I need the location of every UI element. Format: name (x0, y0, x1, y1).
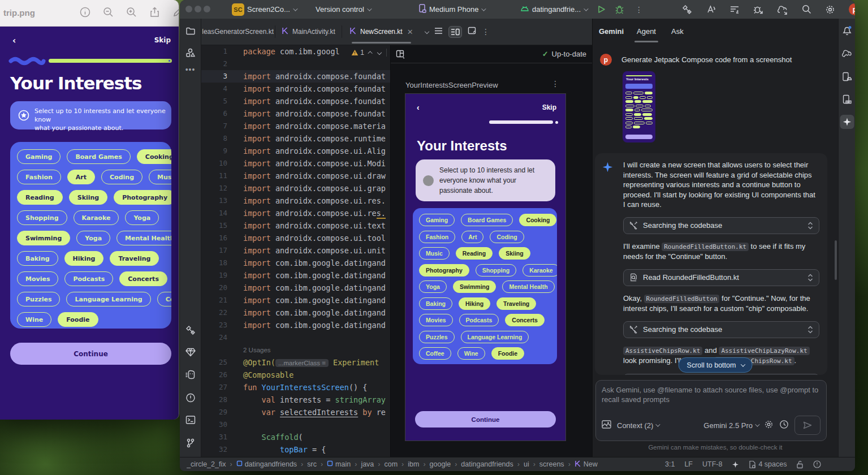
settings-button[interactable] (825, 5, 835, 15)
chat-scrollbar[interactable] (835, 240, 837, 280)
code-line[interactable]: 8import androidx.compose.runtime (201, 132, 390, 145)
notifications-bell-icon[interactable] (842, 25, 852, 36)
tab-ask[interactable]: Ask (671, 27, 684, 36)
code-line[interactable]: 14import androidx.compose.ui.res. (201, 207, 390, 219)
zoom-out-icon[interactable] (103, 7, 114, 18)
code-line[interactable]: 19import com.ibm.google.datingand (201, 269, 390, 282)
code-line[interactable]: 3import androidx.compose.foundat (201, 70, 390, 83)
code-view-button[interactable] (434, 27, 443, 37)
history-icon[interactable] (779, 420, 789, 431)
context-dropdown[interactable]: Context (2) (617, 421, 659, 430)
code-line[interactable]: 10import androidx.compose.ui.Modi (201, 157, 390, 170)
split-view-button[interactable] (448, 26, 462, 38)
gemini-prompt-input[interactable] (602, 385, 821, 414)
code-line[interactable]: 12import androidx.compose.ui.grap (201, 182, 390, 195)
tab-mainactivity[interactable]: MainActivity.kt (282, 19, 335, 45)
ai-status-icon[interactable] (732, 461, 739, 468)
preview-titlebar[interactable]: trip.png (0, 0, 179, 27)
close-tab-icon[interactable]: ✕ (407, 28, 413, 36)
attach-image-icon[interactable] (602, 420, 611, 430)
design-view-button[interactable] (468, 27, 476, 37)
error-indicator-icon[interactable] (813, 460, 821, 468)
inspections-widget[interactable]: 1 (349, 47, 389, 58)
run-configurations-button[interactable] (729, 5, 740, 15)
expand-collapse-icon[interactable] (807, 222, 813, 230)
code-line[interactable]: 32 topBar = { (201, 443, 390, 456)
minimize-window-button[interactable] (195, 6, 201, 12)
breadcrumb-item[interactable]: main (327, 460, 351, 468)
expand-collapse-icon[interactable] (807, 274, 813, 282)
close-window-button[interactable] (185, 6, 192, 12)
code-line[interactable]: 30 (201, 418, 390, 431)
expand-collapse-icon[interactable] (807, 326, 813, 334)
breadcrumb-item[interactable]: src (307, 460, 317, 468)
code-line[interactable]: 15import androidx.compose.ui.text (201, 219, 390, 232)
share-icon[interactable] (149, 7, 160, 18)
preview-options-kebab[interactable]: ⋮ (551, 79, 559, 88)
logcat-tool-icon[interactable] (185, 370, 196, 379)
code-line[interactable]: 31 Scaffold( (201, 431, 390, 443)
gemini-input-box[interactable]: Context (2) Gemini 2.5 Pro (595, 380, 827, 441)
tab-newscreen[interactable]: NewScreen.kt ✕ (349, 19, 413, 45)
breadcrumb[interactable]: _circle_2_fix›datingandfriends›src›main›… (187, 460, 656, 469)
breadcrumb-item[interactable]: ui (524, 460, 529, 468)
running-devices-icon[interactable] (842, 72, 852, 82)
breadcrumb-item[interactable]: ibm (408, 460, 419, 468)
code-line[interactable]: 23import com.ibm.google.datingand (201, 319, 390, 331)
build-tool-icon[interactable] (185, 325, 196, 335)
code-line[interactable]: 5import androidx.compose.foundat (201, 95, 390, 107)
profiler-button[interactable] (706, 5, 716, 15)
indent-setting[interactable]: 4 spaces (749, 460, 787, 469)
tab-list-chevron-icon[interactable] (425, 29, 429, 34)
breadcrumb-item[interactable]: datingandfriends (461, 460, 513, 468)
scroll-to-bottom-button[interactable]: Scroll to bottom (679, 357, 753, 373)
file-encoding[interactable]: UTF-8 (702, 460, 722, 468)
code-line[interactable]: 21import com.ibm.google.datingand (201, 294, 390, 306)
code-line[interactable]: 16import androidx.compose.ui.tool (201, 232, 390, 244)
gemini-chat[interactable]: p Generate Jetpack Compose code from a s… (593, 45, 838, 380)
terminal-tool-icon[interactable] (185, 416, 195, 424)
code-line[interactable]: 27fun YourInterestsScreen() { (201, 381, 390, 394)
breadcrumb-item[interactable]: java (361, 460, 374, 468)
code-line[interactable]: 11import androidx.compose.ui.draw (201, 170, 390, 182)
code-line[interactable]: 24 (201, 331, 390, 344)
build-button[interactable] (682, 5, 692, 15)
next-problem-chevron[interactable] (377, 50, 382, 55)
version-control-tool-icon[interactable] (186, 438, 195, 448)
tab-dateideasgeneratorscreen[interactable]: ateIdeasGeneratorScreen.kt (202, 19, 274, 45)
model-selector[interactable]: Gemini 2.5 Pro (703, 421, 758, 430)
more-tool-windows-icon[interactable]: ••• (185, 65, 196, 74)
cursor-position[interactable]: 3:1 (665, 460, 675, 468)
problems-tool-icon[interactable] (185, 393, 195, 403)
code-line[interactable]: 2 (201, 58, 390, 70)
markup-pencil-icon[interactable] (172, 7, 179, 18)
vcs-widget[interactable]: Version control (316, 0, 370, 19)
line-separator[interactable]: LF (684, 460, 693, 468)
code-line[interactable]: 13import androidx.compose.ui.res. (201, 195, 390, 207)
profile-avatar[interactable]: p (849, 3, 855, 15)
code-line[interactable]: 6import androidx.compose.foundat (201, 107, 390, 120)
tab-agent[interactable]: Agent (637, 27, 656, 36)
gradle-tool-icon[interactable] (841, 49, 853, 58)
tool-call-card[interactable]: Read RoundedFilledButton.kt (623, 269, 819, 286)
run-button[interactable] (597, 0, 606, 19)
module-selector[interactable]: datingandfrie... (520, 0, 587, 19)
code-line[interactable]: 29 var selectedInterests by re (201, 406, 390, 418)
device-explorer-icon[interactable] (843, 94, 852, 105)
app-quality-insights-icon[interactable] (185, 348, 196, 357)
gemini-tool-icon[interactable] (840, 115, 854, 129)
info-icon[interactable] (80, 7, 90, 18)
zoom-in-icon[interactable] (126, 7, 137, 18)
breadcrumb-item[interactable]: com (384, 460, 398, 468)
zoom-window-button[interactable] (204, 6, 210, 12)
debug-button[interactable] (615, 0, 624, 19)
breadcrumb-item[interactable]: google (430, 460, 451, 468)
tool-call-card[interactable]: Searching the codebase (623, 217, 819, 234)
unlock-icon[interactable] (796, 460, 804, 469)
breadcrumb-item[interactable]: _circle_2_fix (187, 460, 226, 468)
preview-layout-icon[interactable] (396, 50, 405, 61)
editor-options-kebab[interactable]: ⋮ (482, 27, 490, 36)
code-line[interactable]: 9import androidx.compose.ui.Alig (201, 145, 390, 157)
breadcrumb-item[interactable]: New (575, 460, 598, 469)
prev-problem-chevron[interactable] (368, 51, 372, 55)
